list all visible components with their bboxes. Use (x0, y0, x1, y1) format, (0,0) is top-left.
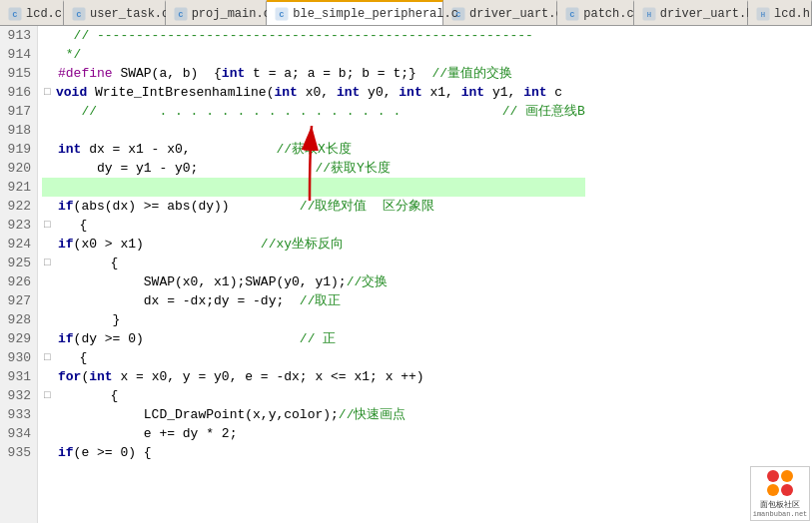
editor: 9139149159169179189199209219229239249259… (0, 26, 585, 523)
file-icon: H (642, 7, 656, 21)
line-number: 925 (6, 254, 31, 272)
tab-ble-simple[interactable]: C ble_simple_peripheral.c (267, 0, 443, 25)
code-area[interactable]: // -------------------------------------… (38, 26, 585, 523)
svg-text:C: C (178, 10, 183, 19)
line-number: 926 (6, 272, 31, 291)
code-line: SWAP(x0, x1);SWAP(y0, y1);//交换 (42, 272, 585, 291)
code-line: int dx = x1 - x0, //获取X长度 (42, 140, 585, 159)
watermark: 面包板社区 imanbuban.net (750, 466, 810, 521)
tab-label: lcd.c (26, 7, 62, 21)
tab-label: ble_simple_peripheral.c (293, 7, 458, 21)
tab-label: proj_main.c (192, 7, 271, 21)
svg-text:C: C (570, 10, 575, 19)
file-icon: C (174, 7, 188, 21)
line-number: 933 (6, 405, 31, 424)
line-number: 928 (6, 310, 31, 329)
fold-marker[interactable]: □ (44, 216, 56, 235)
fold-marker[interactable]: □ (44, 348, 56, 367)
code-line: e += dy * 2; (42, 424, 585, 443)
tab-lcd-c[interactable]: C lcd.c (0, 0, 64, 25)
code-line: □ void Write_IntBresenhamline(int x0, in… (42, 83, 585, 102)
file-icon: C (275, 7, 289, 21)
code-line: if(x0 > x1) //xy坐标反向 (42, 235, 585, 254)
tab-driver-uart-c[interactable]: C driver_uart.c (443, 0, 557, 25)
tab-patch-c[interactable]: C patch.c (557, 0, 634, 25)
code-line: if(dy >= 0) // 正 (42, 329, 585, 348)
tab-lcd-h[interactable]: H lcd.h (748, 0, 812, 25)
code-line: LCD_DrawPoint(x,y,color);//快速画点 (42, 405, 585, 424)
line-number: 929 (6, 329, 31, 348)
line-number: 920 (6, 159, 31, 178)
line-number: 921 (6, 178, 31, 197)
svg-text:C: C (280, 10, 285, 19)
line-number: 923 (6, 216, 31, 235)
line-numbers: 9139149159169179189199209219229239249259… (0, 26, 38, 523)
code-line: if(abs(dx) >= abs(dy)) //取绝对值 区分象限 (42, 197, 585, 216)
line-number: 927 (6, 291, 31, 310)
tab-label: patch.c (583, 7, 633, 21)
fold-marker[interactable]: □ (44, 386, 56, 405)
line-number: 913 (6, 26, 31, 45)
line-number: 918 (6, 121, 31, 140)
svg-text:H: H (646, 10, 651, 19)
code-line: // . . . . . . . . . . . . . . . . // 画任… (42, 102, 585, 121)
line-number: 915 (6, 64, 31, 83)
file-icon: C (565, 7, 579, 21)
line-number: 932 (6, 386, 31, 405)
line-number: 935 (6, 443, 31, 462)
line-number: 930 (6, 348, 31, 367)
code-line: } (42, 310, 585, 329)
tab-driver-uart-h[interactable]: H driver_uart.h (634, 0, 748, 25)
fold-marker[interactable]: □ (44, 83, 56, 102)
tab-label: lcd.h (774, 7, 810, 21)
fold-marker[interactable]: □ (44, 254, 56, 272)
tab-label: driver_uart.c (469, 7, 563, 21)
code-line: □ { (42, 254, 585, 272)
line-number: 914 (6, 45, 31, 64)
code-line: */ (42, 45, 585, 64)
code-line: dx = -dx;dy = -dy; //取正 (42, 291, 585, 310)
line-number: 931 (6, 367, 31, 386)
tab-label: user_task.c (90, 7, 169, 21)
code-line: □ { (42, 216, 585, 235)
svg-text:C: C (77, 10, 82, 19)
tab-label: driver_uart.h (660, 7, 754, 21)
code-line (42, 121, 585, 140)
line-number: 917 (6, 102, 31, 121)
file-icon: H (756, 7, 770, 21)
line-number: 922 (6, 197, 31, 216)
code-line: dy = y1 - y0; //获取Y长度 (42, 159, 585, 178)
code-line: if(e >= 0) { (42, 443, 585, 462)
file-icon: C (8, 7, 22, 21)
line-number: 934 (6, 424, 31, 443)
code-line: □ { (42, 386, 585, 405)
file-icon: C (72, 7, 86, 21)
code-line: □ { (42, 348, 585, 367)
svg-text:C: C (13, 10, 18, 19)
code-line: #define SWAP(a, b) {int t = a; a = b; b … (42, 64, 585, 83)
tab-user-task-c[interactable]: C user_task.c (64, 0, 166, 25)
tab-bar: C lcd.c C user_task.c C proj_main.c C bl… (0, 0, 812, 26)
editor-wrapper: 9139149159169179189199209219229239249259… (0, 26, 812, 523)
line-number: 919 (6, 140, 31, 159)
line-number: 916 (6, 83, 31, 102)
tab-proj-main-c[interactable]: C proj_main.c (166, 0, 268, 25)
code-line: // -------------------------------------… (42, 26, 585, 45)
svg-text:H: H (761, 10, 766, 19)
code-line (42, 178, 585, 197)
code-line: for(int x = x0, y = y0, e = -dx; x <= x1… (42, 367, 585, 386)
line-number: 924 (6, 235, 31, 254)
